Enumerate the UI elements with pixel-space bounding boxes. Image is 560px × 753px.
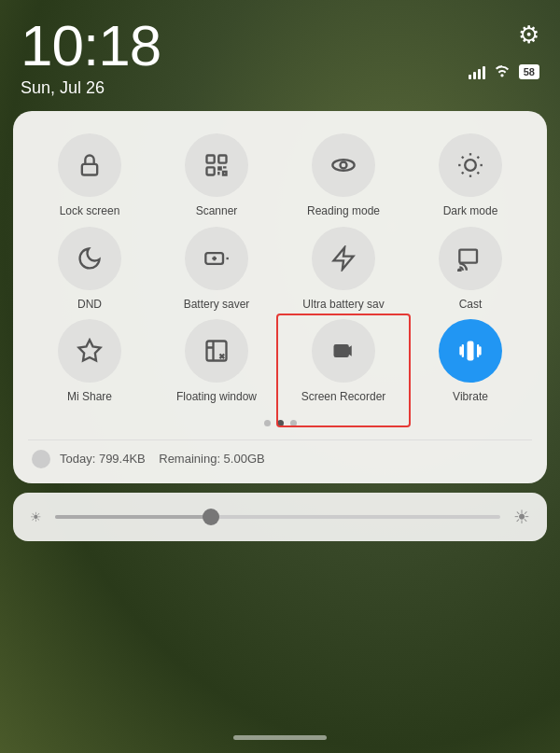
brightness-slider[interactable]	[55, 515, 500, 519]
qs-dark-mode[interactable]: Dark mode	[409, 133, 532, 219]
svg-marker-21	[78, 341, 100, 361]
svg-line-9	[462, 157, 464, 159]
page-indicators	[28, 420, 532, 426]
mi-share-icon-circle	[58, 319, 121, 383]
screen-recorder-icon-circle	[312, 319, 375, 383]
floating-window-label: Floating window	[176, 390, 257, 405]
time-section: 10:18 Sun, Jul 26	[21, 17, 161, 98]
svg-line-10	[477, 172, 479, 174]
vibrate-label: Vibrate	[453, 390, 488, 405]
dot-3[interactable]	[290, 420, 297, 426]
wifi-icon	[493, 63, 511, 81]
quick-settings-grid: Lock screen Scanner Reading mode	[28, 133, 532, 405]
svg-line-13	[462, 172, 464, 174]
floating-window-icon-circle	[185, 319, 248, 383]
cast-icon-circle	[439, 227, 502, 290]
dot-2[interactable]	[277, 420, 284, 426]
lock-screen-icon-circle	[58, 133, 121, 197]
svg-rect-0	[82, 164, 97, 175]
svg-point-20	[458, 269, 460, 271]
home-indicator[interactable]	[233, 735, 327, 740]
lock-screen-label: Lock screen	[60, 204, 120, 219]
brightness-fill	[55, 515, 211, 519]
svg-rect-2	[218, 156, 226, 163]
qs-floating-window[interactable]: Floating window	[155, 319, 278, 405]
battery-saver-label: Battery saver	[184, 298, 250, 313]
brightness-low-icon: ☀	[30, 509, 42, 524]
clock: 10:18	[21, 17, 161, 75]
svg-line-14	[477, 157, 479, 159]
svg-point-6	[465, 160, 476, 171]
qs-dnd[interactable]: DND	[28, 227, 151, 313]
quick-settings-panel: Lock screen Scanner Reading mode	[13, 111, 547, 483]
qs-cast[interactable]: Cast	[409, 227, 532, 313]
reading-mode-label: Reading mode	[307, 204, 380, 219]
dark-mode-icon-circle	[439, 133, 502, 197]
date: Sun, Jul 26	[21, 78, 161, 98]
svg-rect-1	[207, 156, 215, 163]
dnd-label: DND	[77, 298, 102, 313]
dnd-icon-circle	[58, 227, 121, 290]
screen-recorder-label: Screen Recorder	[301, 390, 386, 405]
mi-share-label: Mi Share	[67, 390, 112, 405]
qs-lock-screen[interactable]: Lock screen	[28, 133, 151, 219]
qs-reading-mode[interactable]: Reading mode	[282, 133, 405, 219]
qs-scanner[interactable]: Scanner	[155, 133, 278, 219]
data-usage-text: Today: 799.4KB Remaining: 5.00GB	[60, 452, 265, 466]
qs-mi-share[interactable]: Mi Share	[28, 319, 151, 405]
divider	[28, 439, 532, 440]
svg-rect-19	[459, 249, 477, 262]
vibrate-icon-circle	[439, 319, 502, 383]
battery-saver-icon-circle	[185, 227, 248, 290]
ultra-battery-icon-circle	[312, 227, 375, 290]
brightness-bar[interactable]: ☀ ☀	[13, 493, 547, 541]
signal-icon	[469, 64, 485, 79]
brightness-thumb[interactable]	[203, 509, 219, 525]
brightness-high-icon: ☀	[513, 506, 530, 528]
svg-point-5	[341, 162, 347, 169]
status-bar: 10:18 Sun, Jul 26 ⚙ 58	[0, 0, 560, 98]
data-dot	[32, 450, 50, 468]
reading-mode-icon-circle	[312, 133, 375, 197]
qs-battery-saver[interactable]: Battery saver	[155, 227, 278, 313]
dot-1[interactable]	[264, 420, 271, 426]
battery-indicator: 58	[519, 64, 539, 79]
ultra-battery-label: Ultra battery sav	[302, 298, 384, 313]
svg-rect-3	[207, 167, 215, 174]
svg-rect-23	[468, 342, 474, 361]
dark-mode-label: Dark mode	[443, 204, 498, 219]
qs-screen-recorder[interactable]: Screen Recorder	[282, 319, 405, 405]
status-icons: 58	[469, 63, 539, 81]
scanner-icon-circle	[185, 133, 248, 197]
settings-icon[interactable]: ⚙	[518, 21, 539, 49]
scanner-label: Scanner	[196, 204, 238, 219]
qs-ultra-battery[interactable]: Ultra battery sav	[282, 227, 405, 313]
svg-marker-18	[334, 247, 354, 269]
cast-label: Cast	[459, 298, 483, 313]
qs-vibrate[interactable]: Vibrate	[409, 319, 532, 405]
data-usage-row: Today: 799.4KB Remaining: 5.00GB	[28, 450, 532, 468]
